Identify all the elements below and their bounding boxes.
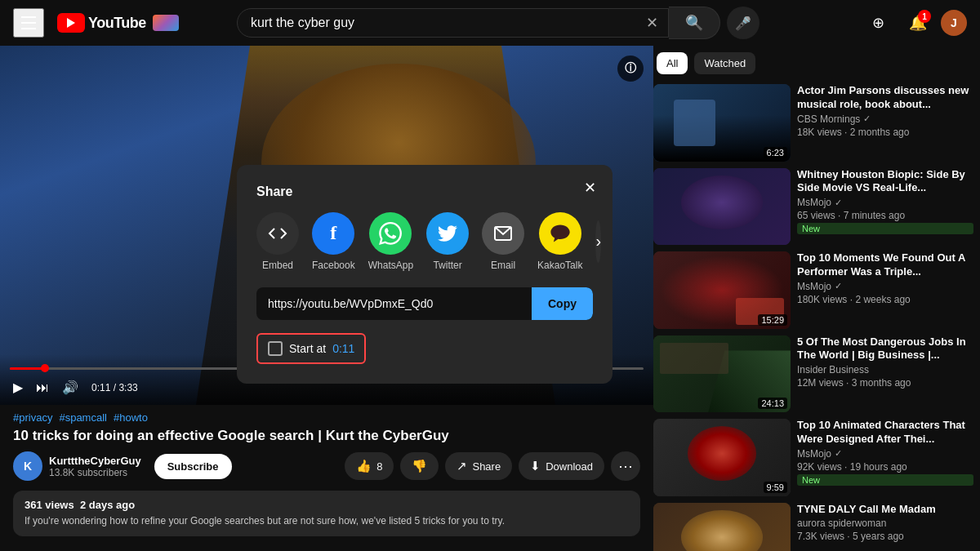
- start-at-label: Start at: [289, 342, 326, 355]
- embed-label: Embed: [262, 260, 293, 271]
- share-kakao-item[interactable]: KakaoTalk: [537, 212, 582, 271]
- facebook-icon: f: [312, 212, 354, 255]
- create-button[interactable]: ⊕: [862, 7, 895, 39]
- logo-icon: [57, 13, 85, 33]
- youtube-logo[interactable]: YouTube: [57, 13, 179, 33]
- twitter-label: Twitter: [433, 260, 461, 271]
- share-more-button[interactable]: ›: [595, 220, 601, 263]
- notification-badge: 1: [918, 10, 931, 23]
- whatsapp-icon: [369, 212, 412, 255]
- logo-badge: [153, 15, 179, 31]
- share-twitter-item[interactable]: Twitter: [426, 212, 469, 271]
- share-whatsapp-item[interactable]: WhatsApp: [368, 212, 413, 271]
- create-icon: ⊕: [872, 14, 884, 32]
- embed-icon: [256, 212, 299, 255]
- hamburger-menu[interactable]: [13, 8, 44, 38]
- search-bar: ✕ 🔍 🎤: [237, 7, 760, 39]
- share-modal: Share ✕ Embed f Facebook: [237, 165, 612, 384]
- start-at-time[interactable]: 0:11: [332, 342, 354, 355]
- share-embed-item[interactable]: Embed: [256, 212, 299, 271]
- modal-overlay: Share ✕ Embed f Facebook: [0, 46, 980, 551]
- kakao-label: KakaoTalk: [537, 260, 582, 271]
- search-icon: 🔍: [685, 15, 703, 31]
- facebook-label: Facebook: [312, 260, 355, 271]
- share-email-item[interactable]: Email: [482, 212, 524, 271]
- start-at-checkbox[interactable]: [268, 341, 283, 356]
- header-left: YouTube: [13, 8, 179, 38]
- logo-text: YouTube: [88, 15, 146, 32]
- share-facebook-item[interactable]: f Facebook: [312, 212, 355, 271]
- notifications-button[interactable]: 🔔 1: [902, 7, 934, 39]
- microphone-icon: 🎤: [735, 16, 751, 31]
- search-button[interactable]: 🔍: [669, 7, 720, 39]
- copy-button[interactable]: Copy: [532, 287, 593, 320]
- share-icons-row: Embed f Facebook WhatsApp: [256, 212, 593, 271]
- share-link-input[interactable]: [256, 287, 532, 320]
- start-at-row: Start at 0:11: [256, 333, 366, 364]
- email-label: Email: [491, 260, 515, 271]
- voice-search-button[interactable]: 🎤: [727, 7, 760, 39]
- avatar[interactable]: J: [941, 10, 967, 36]
- twitter-icon: [426, 212, 469, 255]
- email-icon: [482, 212, 524, 255]
- search-clear-button[interactable]: ✕: [636, 9, 668, 37]
- share-link-row: Copy: [256, 287, 593, 320]
- search-input-wrap: ✕: [237, 8, 669, 38]
- header-right: ⊕ 🔔 1 J: [862, 7, 967, 39]
- kakao-icon: [539, 212, 581, 255]
- share-close-button[interactable]: ✕: [577, 175, 603, 201]
- header: YouTube ✕ 🔍 🎤 ⊕ 🔔 1 J: [0, 0, 980, 46]
- search-input[interactable]: [238, 9, 636, 37]
- share-modal-title: Share: [256, 184, 593, 199]
- whatsapp-label: WhatsApp: [368, 260, 413, 271]
